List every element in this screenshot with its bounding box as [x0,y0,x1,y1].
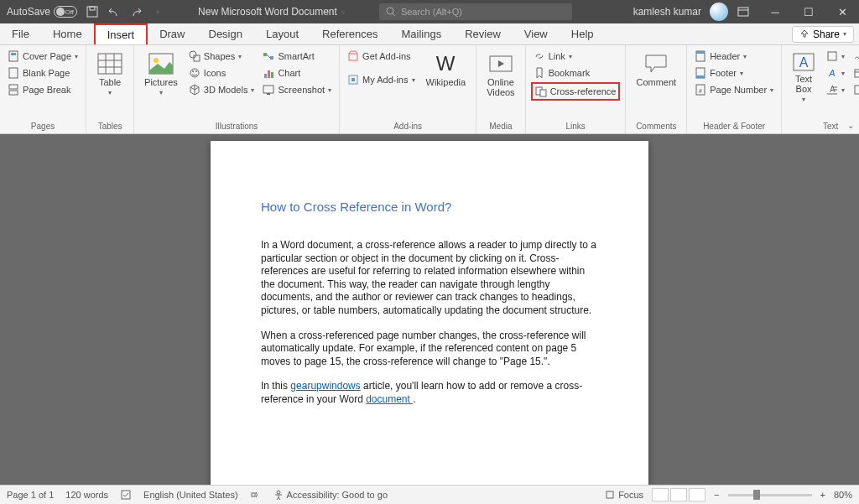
tab-layout[interactable]: Layout [254,23,310,44]
undo-icon[interactable] [107,5,121,18]
tab-draw[interactable]: Draw [148,23,196,44]
close-button[interactable]: ✕ [825,0,859,23]
chevron-down-icon: ▾ [843,30,846,38]
tab-insert[interactable]: Insert [94,23,148,44]
3d-models-button[interactable]: 3D Models▾ [186,82,258,97]
svg-point-17 [154,58,159,63]
screenshot-button[interactable]: Screenshot▾ [260,82,334,97]
page-indicator[interactable]: Page 1 of 1 [7,490,54,500]
link-icon [534,50,545,62]
get-addins-button[interactable]: Get Add-ins [345,49,417,64]
table-button[interactable]: Table▾ [91,49,128,100]
cover-page-button[interactable]: Cover Page▾ [5,49,81,64]
tab-file[interactable]: File [0,23,41,44]
header-button[interactable]: Header▾ [692,49,776,64]
tab-help[interactable]: Help [560,23,606,44]
svg-rect-0 [87,7,97,17]
tab-home[interactable]: Home [41,23,94,44]
svg-rect-26 [264,74,267,78]
svg-rect-29 [263,86,273,93]
header-icon [695,50,706,62]
tab-review[interactable]: Review [453,23,513,44]
group-media: Online Videos Media [476,45,525,133]
pictures-button[interactable]: Pictures▾ [139,49,183,100]
ribbon-display-icon[interactable] [737,5,750,18]
cross-reference-button[interactable]: Cross-reference [531,82,621,101]
zoom-out-button[interactable]: − [714,490,719,500]
wikipedia-button[interactable]: W Wikipedia [421,49,471,91]
tab-design[interactable]: Design [197,23,254,44]
wordart-icon: A [826,67,838,79]
maximize-button[interactable]: ☐ [792,0,825,23]
date-time-button[interactable] [851,65,859,81]
quick-parts-button[interactable]: ▾ [824,49,847,64]
label: Link [549,51,565,61]
shapes-button[interactable]: Shapes▾ [186,49,258,64]
link-button[interactable]: Link▾ [531,49,621,64]
tab-references[interactable]: References [310,23,389,44]
focus-mode[interactable]: Focus [605,490,643,500]
accessibility-status[interactable]: Accessibility: Good to go [273,490,388,500]
word-count[interactable]: 120 words [65,490,108,500]
svg-rect-37 [540,90,546,96]
my-addins-button[interactable]: My Add-ins▾ [345,72,417,87]
smartart-icon [263,50,274,62]
page[interactable]: How to Cross Reference in Word? In a Wor… [211,141,648,485]
wordart-button[interactable]: A▾ [824,65,847,81]
online-videos-button[interactable]: Online Videos [482,49,519,101]
svg-rect-57 [122,491,130,499]
web-layout-button[interactable] [689,488,705,501]
zoom-level[interactable]: 80% [834,490,852,500]
qat-customize-icon[interactable]: ▾ [151,5,164,18]
avatar[interactable] [710,3,728,21]
svg-rect-54 [855,86,859,94]
tts-icon[interactable] [250,489,262,501]
tab-mailings[interactable]: Mailings [390,23,454,44]
svg-point-2 [387,8,393,14]
icons-button[interactable]: Icons [186,65,258,81]
page-number-button[interactable]: #Page Number▾ [692,82,776,97]
svg-rect-7 [11,53,16,55]
hyperlink[interactable]: gearupwindows [290,380,360,392]
addin-icon [347,74,359,86]
zoom-slider[interactable] [728,494,812,496]
blank-page-button[interactable]: Blank Page [5,65,81,81]
page-break-button[interactable]: Page Break [5,82,81,97]
zoom-in-button[interactable]: + [820,490,825,500]
label: Chart [278,68,300,78]
signature-button[interactable]: ▾ [851,49,859,64]
tab-view[interactable]: View [513,23,560,44]
label: Accessibility: Good to go [287,490,388,500]
screenshot-icon [263,84,274,96]
hyperlink[interactable]: document [366,393,413,405]
wikipedia-icon: W [432,52,459,75]
document-title[interactable]: New Microsoft Word Document ∨ [198,6,346,18]
autosave-state: Off [65,8,75,16]
toggle-switch[interactable]: Off [54,6,77,18]
minimize-button[interactable]: ─ [758,0,792,23]
smartart-button[interactable]: SmartArt [260,49,334,64]
redo-icon[interactable] [129,5,143,18]
language-indicator[interactable]: English (United States) [143,490,238,500]
text-box-button[interactable]: A Text Box▾ [787,49,820,107]
comment-button[interactable]: Comment [631,49,681,91]
search-input[interactable]: Search (Alt+Q) [379,3,572,20]
svg-rect-6 [9,51,18,61]
object-button[interactable]: ▾ [851,82,859,97]
svg-rect-31 [349,54,357,60]
ribbon: Cover Page▾ Blank Page Page Break Pages … [0,45,859,134]
collapse-ribbon-icon[interactable]: ⌄ [847,121,854,130]
autosave-toggle[interactable]: AutoSave Off [7,6,77,18]
footer-button[interactable]: Footer▾ [692,65,776,81]
group-label: Media [489,120,512,133]
print-layout-button[interactable] [670,488,687,501]
drop-cap-button[interactable]: A▾ [824,82,847,97]
share-button[interactable]: Share ▾ [792,26,854,43]
chart-button[interactable]: Chart [260,65,334,81]
spellcheck-icon[interactable] [120,489,132,501]
read-mode-button[interactable] [652,488,669,501]
label: Bookmark [549,68,591,78]
cross-ref-icon [535,86,547,97]
bookmark-button[interactable]: Bookmark [531,65,621,81]
save-icon[interactable] [86,5,99,18]
